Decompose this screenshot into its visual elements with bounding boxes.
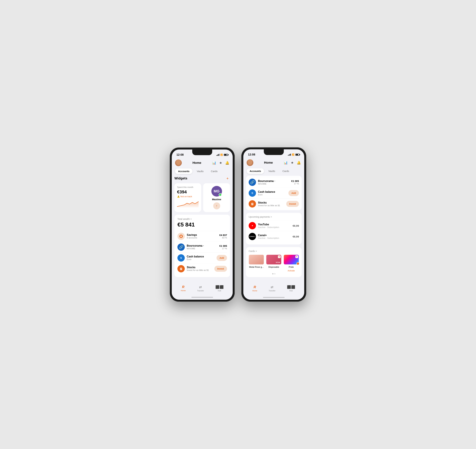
- card-pride[interactable]: R i Pride Activate: [284, 255, 299, 272]
- stocks-icon: [178, 265, 185, 272]
- canalplus-name: Canal+: [258, 234, 292, 237]
- wealth-amount: €5 841: [178, 221, 227, 228]
- nav-hub[interactable]: ⬛⬛ Hub: [215, 285, 224, 292]
- hub-icon: ⬛⬛: [215, 285, 224, 289]
- account-stocks[interactable]: Stocks Invest for as little as $1 Invest: [178, 263, 227, 274]
- tab-bar-right: Accounts Vaults Cards: [243, 168, 304, 176]
- avatar[interactable]: [175, 159, 182, 166]
- right-screen: 12:08 📶 Home 📊 ★ 🔔: [243, 149, 304, 300]
- star-icon[interactable]: ★: [219, 161, 222, 165]
- page-title: Home: [193, 161, 201, 165]
- app-content-right: 🔗 Boursorama · MAXIME €1 005 17 %: [243, 176, 304, 283]
- bell-icon-right[interactable]: 🔔: [297, 161, 301, 165]
- signal-icon-right: [288, 154, 291, 156]
- upcoming-title[interactable]: Upcoming payments >: [249, 215, 299, 218]
- boursorama-amount: €1 005 17 %: [219, 244, 227, 250]
- card-visual-metal-rose: [249, 255, 264, 264]
- savings-info: Savings 9 accounts: [187, 234, 219, 239]
- card-metal-rose[interactable]: Metal Rose g...: [249, 255, 264, 272]
- add-cash-button-right[interactable]: Add: [288, 190, 299, 196]
- warning-icon: ⚠️: [177, 195, 180, 198]
- nav-home-label-right: Home: [252, 290, 257, 292]
- cards-title[interactable]: Cards >: [249, 250, 299, 253]
- boursorama-name: Boursorama ·: [187, 244, 219, 247]
- app-content: Widgets + Spent this month €394 ⚠️ Not o…: [172, 176, 233, 283]
- nav-transfer-right[interactable]: ⇄ Transfer: [269, 285, 275, 292]
- avatar-right[interactable]: [247, 159, 253, 166]
- tab-cards[interactable]: Cards: [208, 168, 221, 174]
- card-disposable[interactable]: VISA R Disposable: [266, 255, 281, 272]
- spent-label: Spent this month: [177, 186, 199, 188]
- revolut-logo-pride: R: [295, 255, 298, 258]
- cash-name: Cash balance: [187, 255, 217, 258]
- youtube-logo: [249, 222, 256, 229]
- account-savings[interactable]: Savings 9 accounts €4 837 83 %: [178, 231, 227, 242]
- user-avatar: MG: [211, 186, 222, 196]
- canalplus-amount: €6,99: [292, 235, 299, 238]
- chart-icon[interactable]: 📊: [212, 161, 216, 165]
- nav-transfer[interactable]: ⇄ Transfer: [197, 285, 204, 292]
- boursorama-sub: MAXIME: [187, 247, 219, 250]
- user-initials: MG: [214, 189, 219, 193]
- savings-sub: 9 accounts: [187, 236, 219, 239]
- tab-accounts-right[interactable]: Accounts: [247, 168, 264, 174]
- invest-button[interactable]: Invest: [214, 266, 227, 272]
- cash-icon-right: [249, 189, 256, 197]
- account-stocks-right[interactable]: Stocks Invest for as little as $1 Invest: [249, 198, 299, 209]
- chart-icon-right[interactable]: 📊: [284, 161, 288, 165]
- svg-marker-18: [252, 225, 253, 226]
- card-metal-rose-name: Metal Rose g...: [249, 266, 264, 268]
- savings-icon: [178, 233, 185, 240]
- account-boursorama-right[interactable]: 🔗 Boursorama · MAXIME €1 005 17 %: [249, 177, 299, 188]
- widgets-header: Widgets +: [174, 176, 230, 181]
- card-pride-activate[interactable]: Activate: [288, 269, 295, 272]
- visa-logo: VISA: [276, 262, 280, 264]
- nav-hub-right[interactable]: ⬛⬛ Hub: [287, 285, 295, 292]
- card-visual-disposable: VISA R: [266, 255, 281, 264]
- nav-transfer-label-right: Transfer: [269, 290, 275, 292]
- right-phone: 12:08 📶 Home 📊 ★ 🔔: [241, 147, 306, 302]
- tab-vaults[interactable]: Vaults: [194, 168, 206, 174]
- tab-vaults-right[interactable]: Vaults: [265, 168, 278, 174]
- user-name: Maxime: [212, 198, 221, 201]
- canalplus-sub: Inactive · Subscription: [258, 237, 292, 239]
- card-disposable-name: Disposable: [269, 266, 279, 268]
- tab-bar: Accounts Vaults Cards: [172, 168, 233, 176]
- home-icon: R: [182, 285, 184, 289]
- nav-home-right[interactable]: R Home: [252, 285, 257, 292]
- svg-point-3: [181, 237, 181, 237]
- left-screen: 12:08 📶 Home 📊 ★ 🔔: [172, 150, 233, 300]
- status-time: 12:08: [176, 153, 184, 157]
- add-cash-button[interactable]: Add: [217, 255, 227, 261]
- account-cash-right[interactable]: Cash balance Euro Add: [249, 188, 299, 198]
- cash-name-right: Cash balance: [258, 191, 288, 193]
- svg-rect-19: [249, 255, 264, 264]
- savings-amount: €4 837 83 %: [219, 234, 227, 239]
- payment-youtube[interactable]: YouTube Inactive · Subscription €6,99: [249, 220, 299, 231]
- card-pride-name: Pride: [289, 266, 294, 268]
- star-icon-right[interactable]: ★: [291, 161, 294, 165]
- tab-accounts[interactable]: Accounts: [175, 168, 192, 174]
- account-cash[interactable]: Cash balance Euro Add: [178, 253, 227, 263]
- account-boursorama[interactable]: 🔗 Boursorama · MAXIME €1 005 17 %: [178, 242, 227, 253]
- boursorama-icon-right: 🔗: [249, 179, 256, 186]
- send-button[interactable]: ↑: [213, 202, 220, 209]
- cards-row: Metal Rose g... VISA R Disposable R: [249, 255, 299, 272]
- spent-status: ⚠️ Not on track: [177, 195, 199, 198]
- bottom-nav: R Home ⇄ Transfer ⬛⬛ Hub: [172, 283, 233, 295]
- youtube-amount: €6,99: [292, 224, 299, 227]
- wealth-label[interactable]: Total wealth >: [178, 218, 227, 220]
- tab-cards-right[interactable]: Cards: [279, 168, 292, 174]
- nav-hub-label: Hub: [218, 290, 221, 292]
- left-phone: 12:08 📶 Home 📊 ★ 🔔: [170, 147, 235, 302]
- payment-canalplus[interactable]: CANAL+ Canal+ Inactive · Subscription €6…: [249, 231, 299, 242]
- invest-button-right[interactable]: Invest: [286, 201, 299, 207]
- home-indicator-right: [243, 295, 304, 300]
- dot-1: [272, 273, 273, 274]
- nav-home[interactable]: R Home: [181, 285, 186, 292]
- bell-icon[interactable]: 🔔: [225, 161, 229, 165]
- home-icon-right: R: [254, 285, 256, 289]
- add-widget-button[interactable]: +: [225, 176, 230, 181]
- cash-sub-right: Euro: [258, 193, 288, 196]
- home-indicator: [172, 295, 233, 300]
